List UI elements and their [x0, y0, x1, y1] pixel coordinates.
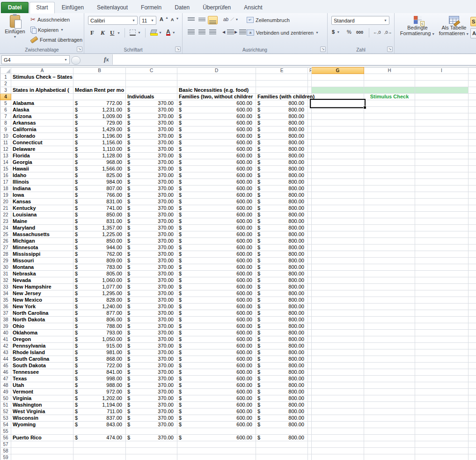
cell-A17[interactable]: Illinois [11, 179, 73, 185]
bold-button[interactable]: F [89, 29, 95, 37]
cell-D53[interactable]: $600.00 [177, 415, 256, 422]
cell-C19[interactable]: $370.00 [126, 192, 177, 199]
cell-H18[interactable] [364, 185, 415, 192]
cell-I54[interactable] [415, 422, 469, 428]
row-header-17[interactable]: 17 [0, 179, 11, 185]
row-header-25[interactable]: 25 [0, 231, 11, 238]
cell-A44[interactable]: South Carolina [11, 356, 73, 363]
cell-C56[interactable]: $370.00 [126, 435, 177, 441]
cell-E52[interactable]: $800.00 [256, 408, 308, 415]
cell-E31[interactable]: $800.00 [256, 271, 308, 277]
cell-B25[interactable]: $1,225.00 [73, 231, 126, 238]
underline-button[interactable]: U [109, 29, 116, 37]
cell-D11[interactable]: $600.00 [177, 140, 256, 146]
cell-G30[interactable] [312, 264, 364, 271]
cell-G17[interactable] [312, 179, 364, 185]
cell-F1[interactable] [308, 74, 312, 81]
cell-D33[interactable]: $600.00 [177, 284, 256, 290]
row-header-59[interactable]: 59 [0, 454, 11, 460]
cell-I5[interactable] [415, 100, 469, 107]
cell-I59[interactable] [415, 454, 469, 460]
column-header-A[interactable]: A [11, 67, 73, 74]
cell-C35[interactable]: $370.00 [126, 297, 177, 304]
cell-partial19[interactable] [469, 192, 476, 199]
cell-F41[interactable] [308, 336, 312, 343]
cell-A21[interactable]: Kentucky [11, 205, 73, 212]
tab-ansicht[interactable]: Ansicht [238, 2, 268, 13]
cell-partial3[interactable] [469, 87, 476, 94]
cell-C20[interactable]: $370.00 [126, 199, 177, 205]
cell-B9[interactable]: $1,429.00 [73, 126, 126, 133]
cell-A34[interactable]: New Jersey [11, 290, 73, 297]
border-button[interactable]: ▼ [128, 29, 142, 36]
cell-H33[interactable] [364, 284, 415, 290]
cell-C44[interactable]: $370.00 [126, 356, 177, 363]
cell-D45[interactable]: $600.00 [177, 363, 256, 369]
cell-E9[interactable]: $800.00 [256, 126, 308, 133]
cell-F33[interactable] [308, 284, 312, 290]
number-format-select[interactable]: Standard▼ [331, 16, 389, 25]
row-header-6[interactable]: 6 [0, 107, 11, 113]
cell-D21[interactable]: $600.00 [177, 205, 256, 212]
cell-H42[interactable] [364, 343, 415, 349]
cell-C24[interactable]: $370.00 [126, 225, 177, 231]
cell-G10[interactable] [312, 133, 364, 140]
cell-G43[interactable] [312, 349, 364, 356]
cell-F7[interactable] [308, 113, 312, 120]
cell-partial56[interactable] [469, 435, 476, 441]
row-header-51[interactable]: 51 [0, 402, 11, 408]
cell-H32[interactable] [364, 277, 415, 284]
cell-E48[interactable]: $800.00 [256, 382, 308, 389]
cell-F22[interactable] [308, 212, 312, 218]
cell-B42[interactable]: $915.00 [73, 343, 126, 349]
cell-E26[interactable]: $800.00 [256, 238, 308, 245]
cell-D43[interactable]: $600.00 [177, 349, 256, 356]
cell-partial57[interactable] [469, 441, 476, 448]
cell-B24[interactable]: $1,357.00 [73, 225, 126, 231]
cell-B18[interactable]: $807.00 [73, 185, 126, 192]
cell-E4[interactable]: Families (with children) [256, 94, 308, 100]
cell-E58[interactable] [256, 448, 308, 454]
cell-G39[interactable] [312, 323, 364, 330]
cell-B3[interactable]: Median Rent per mo [73, 87, 126, 94]
cell-partial6[interactable] [469, 107, 476, 113]
cell-H49[interactable] [364, 389, 415, 395]
cell-I22[interactable] [415, 212, 469, 218]
cell-D25[interactable]: $600.00 [177, 231, 256, 238]
cell-E15[interactable]: $800.00 [256, 166, 308, 172]
tab-seitenlayout[interactable]: Seitenlayout [91, 2, 134, 13]
cell-B13[interactable]: $1,128.00 [73, 153, 126, 159]
align-top-button[interactable] [186, 17, 196, 21]
cell-G12[interactable] [312, 146, 364, 153]
cell-G11[interactable] [312, 140, 364, 146]
orientation-button[interactable]: ab⟋▼ [222, 16, 240, 22]
cell-F50[interactable] [308, 395, 312, 402]
cell-H40[interactable] [364, 330, 415, 336]
shrink-font-button[interactable]: A▼ [169, 17, 180, 22]
row-header-32[interactable]: 32 [0, 277, 11, 284]
cell-D27[interactable]: $600.00 [177, 245, 256, 251]
cell-G58[interactable] [312, 448, 364, 454]
cell-G31[interactable] [312, 271, 364, 277]
cell-C36[interactable]: $370.00 [126, 304, 177, 310]
cell-C51[interactable]: $370.00 [126, 402, 177, 408]
row-header-10[interactable]: 10 [0, 133, 11, 140]
cell-I29[interactable] [415, 258, 469, 264]
cell-I52[interactable] [415, 408, 469, 415]
cell-I55[interactable] [415, 428, 469, 435]
cell-D16[interactable]: $600.00 [177, 172, 256, 179]
cell-F43[interactable] [308, 349, 312, 356]
cell-E46[interactable]: $800.00 [256, 369, 308, 376]
cell-G16[interactable] [312, 172, 364, 179]
cell-A3[interactable]: States in Alphabetical ( [11, 87, 73, 94]
cell-F32[interactable] [308, 277, 312, 284]
cell-C12[interactable]: $370.00 [126, 146, 177, 153]
cell-B40[interactable]: $793.00 [73, 330, 126, 336]
cell-F57[interactable] [308, 441, 312, 448]
cell-H54[interactable] [364, 422, 415, 428]
cell-I23[interactable] [415, 218, 469, 225]
cell-F15[interactable] [308, 166, 312, 172]
cell-F14[interactable] [308, 159, 312, 166]
cell-partial24[interactable] [469, 225, 476, 231]
cell-F53[interactable] [308, 415, 312, 422]
